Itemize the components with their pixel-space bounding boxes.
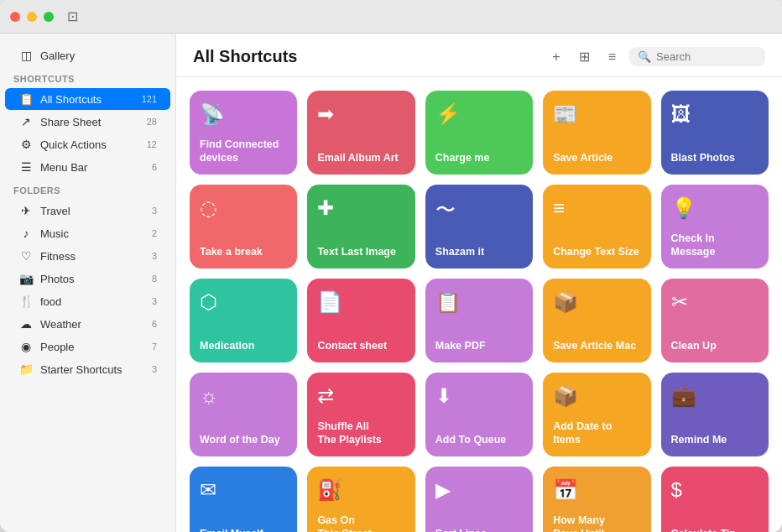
sidebar-item-menu-bar[interactable]: ☰ Menu Bar 6 xyxy=(5,156,170,178)
shortcut-card-charge-me[interactable]: ⚡Charge me xyxy=(425,91,533,175)
card-icon-shuffle-playlists: ⇄ xyxy=(317,384,404,408)
shortcut-card-clean-up[interactable]: ✂Clean Up xyxy=(661,279,769,362)
card-icon-email-album: ➡ xyxy=(317,102,404,126)
sidebar-item-share-sheet[interactable]: ↗ Share Sheet 28 xyxy=(5,111,170,133)
shortcut-card-add-to-queue[interactable]: ⬇Add To Queue xyxy=(425,373,533,456)
share-sheet-icon: ↗ xyxy=(18,115,34,128)
weather-label: Weather xyxy=(40,318,81,331)
sidebar-item-starter[interactable]: 📁 Starter Shortcuts 3 xyxy=(5,358,170,380)
shortcut-card-change-text-size[interactable]: ≡Change Text Size xyxy=(543,185,650,269)
sidebar-item-fitness[interactable]: ♡ Fitness 3 xyxy=(5,245,170,267)
all-shortcuts-icon: 📋 xyxy=(18,92,34,106)
sidebar-item-weather[interactable]: ☁ Weather 6 xyxy=(5,313,170,335)
card-label-save-article-mac: Save Article Mac xyxy=(553,339,640,352)
shortcut-card-find-connected[interactable]: 📡Find Connected devices xyxy=(190,91,297,175)
shortcut-card-add-date-items[interactable]: 📦Add Date to Items xyxy=(543,373,650,456)
shortcuts-section-label: Shortcuts xyxy=(0,67,175,87)
card-label-sort-lines: Sort Lines xyxy=(435,527,523,532)
travel-label: Travel xyxy=(40,205,70,217)
menu-bar-label: Menu Bar xyxy=(40,161,87,174)
menu-bar-badge: 6 xyxy=(152,162,157,172)
menu-bar-icon: ☰ xyxy=(18,160,34,174)
card-label-remind-me: Remind Me xyxy=(671,433,759,446)
card-label-blast-photos: Blast Photos xyxy=(671,151,759,164)
card-label-email-myself: Email Myself xyxy=(200,527,287,532)
sidebar: ◫ Gallery Shortcuts 📋 All Shortcuts 121 … xyxy=(0,34,176,532)
share-sheet-label: Share Sheet xyxy=(40,116,101,128)
shortcut-card-calculate-tip[interactable]: $Calculate Tip xyxy=(661,467,769,532)
sidebar-item-gallery[interactable]: ◫ Gallery xyxy=(5,44,170,66)
app-window: ⊡ ◫ Gallery Shortcuts 📋 All Shortcuts 12… xyxy=(0,0,782,532)
card-label-shuffle-playlists: Shuffle All The Playlists xyxy=(317,420,404,447)
card-icon-contact-sheet: 📄 xyxy=(317,290,404,314)
grid-view-button[interactable]: ⊞ xyxy=(574,45,595,68)
titlebar: ⊡ xyxy=(0,0,782,34)
shortcut-card-email-album[interactable]: ➡Email Album Art xyxy=(307,91,414,175)
sidebar-item-people[interactable]: ◉ People 7 xyxy=(5,336,170,357)
shortcut-card-text-last-image[interactable]: ✚Text Last Image xyxy=(307,185,414,269)
sidebar-item-quick-actions[interactable]: ⚙ Quick Actions 12 xyxy=(5,133,170,155)
shortcut-card-how-many-days[interactable]: 📅How Many Days Until xyxy=(543,467,650,532)
sidebar-toggle-icon[interactable]: ⊡ xyxy=(67,8,78,24)
photos-badge: 8 xyxy=(152,274,157,284)
card-label-add-to-queue: Add To Queue xyxy=(435,433,523,446)
shortcut-card-blast-photos[interactable]: 🖼Blast Photos xyxy=(661,91,769,175)
shortcut-card-medication[interactable]: ⬡Medication xyxy=(190,279,297,362)
food-badge: 3 xyxy=(152,296,157,306)
shortcut-card-gas-street[interactable]: ⛽Gas On This Street xyxy=(307,467,414,532)
card-label-shazam-it: Shazam it xyxy=(435,245,523,258)
maximize-button[interactable] xyxy=(44,12,54,22)
shortcut-card-shuffle-playlists[interactable]: ⇄Shuffle All The Playlists xyxy=(307,373,414,456)
card-icon-gas-street: ⛽ xyxy=(317,478,404,502)
fitness-badge: 3 xyxy=(152,251,157,261)
people-label: People xyxy=(40,341,74,353)
add-button[interactable]: + xyxy=(547,46,565,68)
travel-icon: ✈ xyxy=(18,204,34,217)
fitness-label: Fitness xyxy=(40,250,76,263)
search-input[interactable] xyxy=(656,50,757,63)
card-label-word-of-day: Word of the Day xyxy=(200,433,287,446)
close-button[interactable] xyxy=(10,12,20,22)
photos-label: Photos xyxy=(40,273,74,285)
card-label-change-text-size: Change Text Size xyxy=(553,245,640,258)
shortcut-card-contact-sheet[interactable]: 📄Contact sheet xyxy=(307,279,414,362)
travel-badge: 3 xyxy=(152,206,157,216)
shortcut-card-make-pdf[interactable]: 📋Make PDF xyxy=(425,279,533,362)
food-label: food xyxy=(40,295,61,308)
shortcut-card-save-article-mac[interactable]: 📦Save Article Mac xyxy=(543,279,650,362)
sidebar-item-food[interactable]: 🍴 food 3 xyxy=(5,290,170,312)
food-icon: 🍴 xyxy=(18,295,34,308)
card-icon-calculate-tip: $ xyxy=(671,478,759,502)
shortcut-card-save-article[interactable]: 📰Save Article xyxy=(543,91,650,175)
people-icon: ◉ xyxy=(18,340,34,353)
card-icon-clean-up: ✂ xyxy=(671,290,759,314)
shortcut-card-email-myself[interactable]: ✉Email Myself xyxy=(190,467,297,532)
search-icon: 🔍 xyxy=(638,50,651,63)
shortcut-card-word-of-day[interactable]: ☼Word of the Day xyxy=(190,373,297,456)
sidebar-item-all-shortcuts[interactable]: 📋 All Shortcuts 121 xyxy=(5,88,170,110)
shortcut-card-sort-lines[interactable]: ▶Sort Lines xyxy=(425,467,533,532)
card-icon-blast-photos: 🖼 xyxy=(671,102,759,126)
shortcut-card-check-in-message[interactable]: 💡Check In Message xyxy=(661,185,769,269)
all-shortcuts-badge: 121 xyxy=(142,94,157,104)
shortcuts-grid: 📡Find Connected devices➡Email Album Art⚡… xyxy=(176,77,782,532)
shortcut-card-shazam-it[interactable]: 〜Shazam it xyxy=(425,185,533,269)
shortcut-card-remind-me[interactable]: 💼Remind Me xyxy=(661,373,769,456)
minimize-button[interactable] xyxy=(27,12,37,22)
card-label-clean-up: Clean Up xyxy=(671,339,759,352)
list-view-button[interactable]: ≡ xyxy=(603,46,621,68)
main-layout: ◫ Gallery Shortcuts 📋 All Shortcuts 121 … xyxy=(0,34,782,532)
sidebar-item-travel[interactable]: ✈ Travel 3 xyxy=(5,200,170,222)
card-icon-word-of-day: ☼ xyxy=(200,384,287,408)
card-icon-medication: ⬡ xyxy=(200,290,287,314)
card-icon-change-text-size: ≡ xyxy=(553,196,640,220)
sidebar-item-music[interactable]: ♪ Music 2 xyxy=(5,222,170,244)
starter-badge: 3 xyxy=(152,364,157,374)
people-badge: 7 xyxy=(152,342,157,352)
card-icon-shazam-it: 〜 xyxy=(435,196,523,223)
shortcut-card-take-break[interactable]: ◌Take a break xyxy=(190,185,297,269)
page-title: All Shortcuts xyxy=(193,47,537,66)
card-label-find-connected: Find Connected devices xyxy=(200,138,287,165)
sidebar-item-photos[interactable]: 📷 Photos 8 xyxy=(5,268,170,289)
quick-actions-icon: ⚙ xyxy=(18,138,34,151)
